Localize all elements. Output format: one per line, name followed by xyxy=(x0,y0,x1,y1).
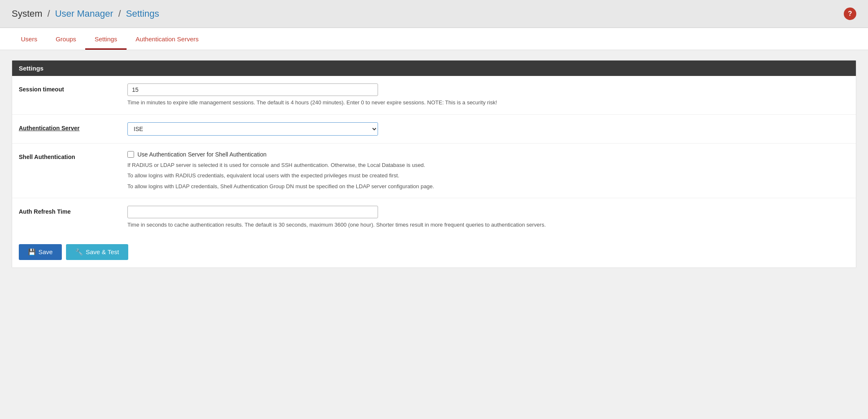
session-timeout-input[interactable]: 15 xyxy=(127,83,378,96)
session-timeout-label: Session timeout xyxy=(19,83,127,93)
save-test-button[interactable]: 🔧 Save & Test xyxy=(66,244,128,260)
shell-auth-content: Use Authentication Server for Shell Auth… xyxy=(127,151,849,191)
session-timeout-row: Session timeout 15 Time in minutes to ex… xyxy=(12,76,856,115)
shell-auth-checkbox[interactable] xyxy=(127,151,134,158)
page-header: System / User Manager / Settings ? xyxy=(0,0,868,28)
auth-refresh-content: Time in seconds to cache authentication … xyxy=(127,206,849,229)
auth-server-select[interactable]: Local Database ISE RADIUS LDAP xyxy=(127,122,378,136)
auth-refresh-label: Auth Refresh Time xyxy=(19,206,127,215)
tabs-bar: Users Groups Settings Authentication Ser… xyxy=(0,28,868,50)
breadcrumb-settings[interactable]: Settings xyxy=(126,8,160,19)
breadcrumb-sep2: / xyxy=(118,8,121,19)
shell-auth-checkbox-row: Use Authentication Server for Shell Auth… xyxy=(127,151,849,158)
shell-auth-label: Shell Authentication xyxy=(19,151,127,160)
auth-refresh-row: Auth Refresh Time Time in seconds to cac… xyxy=(12,198,856,237)
auth-server-label: Authentication Server xyxy=(19,122,127,131)
shell-auth-help-1: If RADIUS or LDAP server is selected it … xyxy=(127,161,629,169)
auth-refresh-input[interactable] xyxy=(127,206,378,218)
tab-settings[interactable]: Settings xyxy=(85,28,126,50)
form-footer: 💾 Save 🔧 Save & Test xyxy=(12,237,856,268)
card-header: Settings xyxy=(12,61,856,76)
shell-auth-help-3: To allow logins with LDAP credentials, S… xyxy=(127,182,629,191)
session-timeout-help: Time in minutes to expire idle managemen… xyxy=(127,98,629,107)
save-label: Save xyxy=(38,248,53,255)
tab-groups[interactable]: Groups xyxy=(46,28,85,50)
help-icon[interactable]: ? xyxy=(844,8,856,20)
shell-auth-help-2: To allow logins with RADIUS credentials,… xyxy=(127,172,629,180)
shell-auth-checkbox-label[interactable]: Use Authentication Server for Shell Auth… xyxy=(137,151,266,158)
save-button[interactable]: 💾 Save xyxy=(19,244,62,260)
breadcrumb-system: System xyxy=(12,8,42,19)
breadcrumb-sep1: / xyxy=(47,8,50,19)
auth-server-content: Local Database ISE RADIUS LDAP xyxy=(127,122,849,136)
main-content: Settings Session timeout 15 Time in minu… xyxy=(0,50,868,278)
auth-server-row: Authentication Server Local Database ISE… xyxy=(12,115,856,144)
auth-refresh-help: Time in seconds to cache authentication … xyxy=(127,221,629,229)
settings-card: Settings Session timeout 15 Time in minu… xyxy=(12,60,856,268)
save-icon: 💾 xyxy=(28,248,36,256)
breadcrumb: System / User Manager / Settings xyxy=(12,8,159,19)
save-test-label: Save & Test xyxy=(86,248,119,255)
wrench-icon: 🔧 xyxy=(75,248,83,256)
breadcrumb-user-manager[interactable]: User Manager xyxy=(55,8,113,19)
shell-auth-row: Shell Authentication Use Authentication … xyxy=(12,144,856,199)
session-timeout-content: 15 Time in minutes to expire idle manage… xyxy=(127,83,849,107)
tab-users[interactable]: Users xyxy=(12,28,46,50)
tab-auth-servers[interactable]: Authentication Servers xyxy=(127,28,208,50)
